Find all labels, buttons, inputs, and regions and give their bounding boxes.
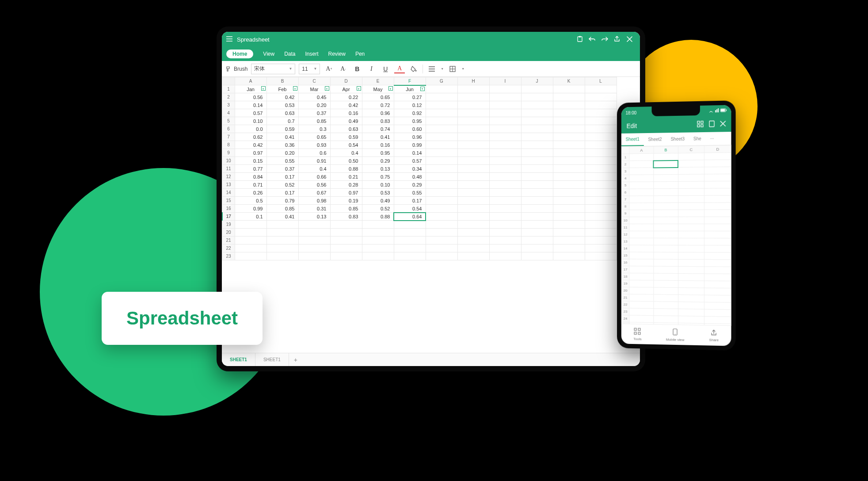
col-header[interactable]: D [330, 77, 362, 85]
cell[interactable] [521, 157, 553, 165]
cell[interactable] [704, 260, 731, 267]
cell[interactable] [678, 167, 704, 175]
col-header[interactable]: D [704, 145, 731, 153]
cell[interactable]: 0.10 [235, 117, 266, 125]
row-header[interactable]: 20 [222, 229, 235, 237]
cell[interactable] [521, 181, 553, 189]
cell[interactable] [654, 302, 678, 309]
cell[interactable] [585, 109, 617, 117]
cell[interactable] [678, 217, 704, 224]
cell[interactable] [489, 181, 521, 189]
cell[interactable]: 0.88 [362, 213, 394, 221]
cell[interactable] [457, 85, 489, 93]
phone-sheet-tab[interactable]: Sheet1 [621, 133, 644, 146]
cell[interactable] [298, 221, 330, 229]
cell[interactable] [457, 173, 489, 181]
cell[interactable] [585, 125, 617, 133]
row-header[interactable]: 4 [621, 175, 629, 182]
cell[interactable]: 0.1 [235, 213, 266, 221]
cell[interactable] [426, 237, 457, 244]
cell[interactable]: 0.97 [330, 189, 362, 197]
cell[interactable]: 0.3 [298, 125, 330, 133]
cell[interactable]: 0.15 [235, 157, 266, 165]
cell[interactable] [585, 117, 617, 125]
cell[interactable]: 0.26 [235, 189, 266, 197]
cell[interactable] [235, 252, 266, 260]
cell[interactable] [457, 141, 489, 149]
cell[interactable] [521, 117, 553, 125]
cell[interactable] [654, 167, 678, 174]
cell[interactable] [629, 315, 654, 323]
cell[interactable] [654, 224, 678, 231]
cell[interactable] [654, 181, 678, 188]
cell[interactable] [704, 295, 731, 302]
row-header[interactable]: 1 [621, 154, 629, 161]
row-header[interactable]: 1 [222, 85, 235, 93]
row-header[interactable]: 10 [621, 217, 629, 224]
row-header[interactable]: 16 [222, 205, 235, 213]
cell[interactable] [704, 245, 731, 252]
cell[interactable] [704, 195, 731, 202]
cell[interactable] [704, 309, 731, 317]
cell[interactable] [678, 153, 704, 160]
cell[interactable] [394, 221, 426, 229]
cell[interactable] [489, 117, 521, 125]
italic-button[interactable]: I [366, 64, 377, 74]
cell[interactable] [426, 205, 457, 213]
cell[interactable] [426, 109, 457, 117]
col-header[interactable]: K [553, 77, 585, 85]
cell[interactable]: 0.55 [266, 157, 298, 165]
cell[interactable]: Jun▾ [394, 85, 426, 93]
cell[interactable]: 0.6 [298, 149, 330, 157]
cell[interactable] [330, 221, 362, 229]
cell[interactable]: 0.56 [235, 93, 266, 101]
cell[interactable] [629, 308, 654, 316]
fill-color-button[interactable] [408, 64, 419, 74]
col-header[interactable]: A [235, 77, 266, 85]
cell[interactable] [585, 189, 617, 197]
cell[interactable] [553, 93, 585, 101]
cell[interactable] [521, 125, 553, 133]
cell[interactable] [629, 294, 654, 302]
cell[interactable] [553, 205, 585, 213]
cell[interactable] [585, 252, 617, 260]
cell[interactable]: 0.48 [394, 173, 426, 181]
cell[interactable]: 0.99 [394, 141, 426, 149]
cell[interactable] [629, 301, 654, 309]
cell[interactable] [585, 173, 617, 181]
cell[interactable] [704, 231, 731, 238]
cell[interactable] [553, 252, 585, 260]
cell[interactable] [362, 237, 394, 244]
cell[interactable] [629, 266, 654, 273]
cell[interactable] [629, 231, 654, 238]
cell[interactable]: 0.29 [362, 157, 394, 165]
cell[interactable]: 0.96 [362, 109, 394, 117]
cell[interactable] [704, 224, 731, 231]
cell[interactable] [489, 93, 521, 101]
row-header[interactable]: 16 [621, 259, 629, 266]
cell[interactable]: 0.85 [266, 205, 298, 213]
cell[interactable] [629, 168, 654, 175]
cell[interactable]: 0.16 [362, 141, 394, 149]
cell[interactable] [704, 281, 731, 288]
row-header[interactable]: 5 [621, 182, 629, 189]
menu-tab-home[interactable]: Home [226, 50, 253, 58]
cell[interactable]: 0.93 [298, 141, 330, 149]
cell[interactable] [521, 244, 553, 252]
cell[interactable]: 0.52 [266, 181, 298, 189]
phone-tools-button[interactable]: Tools [633, 328, 641, 341]
cell[interactable]: 0.85 [298, 117, 330, 125]
cell[interactable] [704, 316, 731, 324]
cell[interactable] [585, 229, 617, 237]
cell[interactable] [678, 316, 704, 324]
row-header[interactable]: 10 [222, 157, 235, 165]
cell[interactable]: 0.42 [330, 101, 362, 109]
cell[interactable] [704, 210, 731, 217]
cell[interactable] [330, 229, 362, 237]
cell[interactable] [678, 160, 704, 168]
cell[interactable] [678, 288, 704, 295]
cell[interactable] [426, 93, 457, 101]
cell[interactable] [457, 229, 489, 237]
cell[interactable] [678, 281, 704, 288]
row-header[interactable]: 8 [222, 141, 235, 149]
